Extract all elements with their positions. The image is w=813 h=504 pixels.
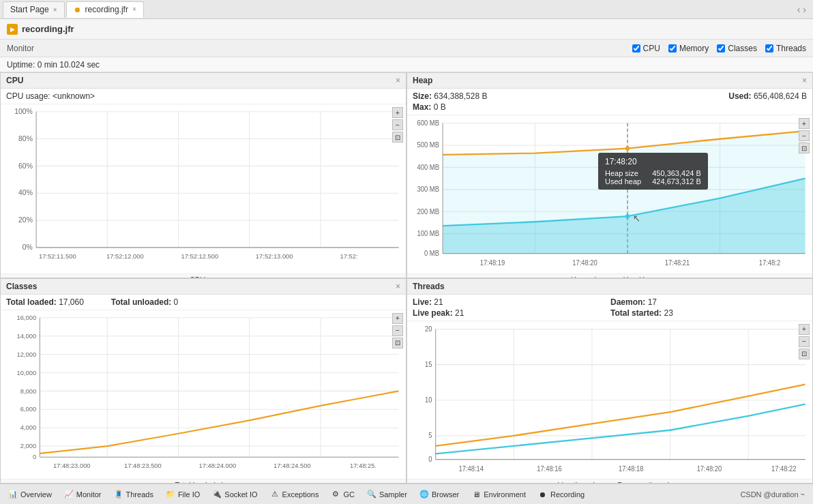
threads-checkbox-label: Threads — [776, 44, 806, 53]
cpu-panel-title: CPU — [6, 76, 23, 85]
nav-fileio-label: File IO — [178, 490, 200, 499]
cpu-zoom-in[interactable]: + — [392, 107, 403, 118]
heap-zoom-reset[interactable]: ⊡ — [799, 143, 810, 153]
environment-icon: 🖥 — [471, 490, 481, 499]
threads-panel: Threads Live: 21 Daemon: 17 Live peak: 2… — [406, 278, 813, 484]
classes-zoom-out[interactable]: − — [392, 325, 403, 336]
cpu-panel: CPU × CPU usage: <unknown> + − ⊡ — [0, 72, 406, 278]
svg-text:60%: 60% — [18, 161, 33, 169]
nav-recording[interactable]: ⏺ Recording — [533, 488, 590, 501]
nav-socketio[interactable]: 🔌 Socket IO — [207, 488, 263, 501]
threads-live-peak: Live peak: 21 — [413, 308, 609, 318]
svg-text:17:48:14: 17:48:14 — [459, 464, 484, 473]
svg-text:2,000: 2,000 — [20, 442, 36, 449]
heap-chart-controls: + − ⊡ — [799, 118, 810, 153]
cpu-legend: CPU usage — [1, 273, 406, 278]
checkbox-memory[interactable]: Memory — [668, 44, 709, 53]
svg-text:17:48:24.000: 17:48:24.000 — [199, 462, 237, 469]
memory-checkbox[interactable] — [668, 44, 677, 53]
threads-daemon-label: Daemon: — [610, 297, 645, 307]
heap-legend: Heap size Used heap — [407, 273, 812, 278]
threads-chart-area: + − ⊡ 20 1 — [407, 321, 812, 479]
nav-threads[interactable]: 🧵 Threads — [108, 488, 159, 501]
heap-max-label: Max: — [413, 102, 431, 112]
nav-exceptions[interactable]: ⚠ Exceptions — [265, 488, 325, 501]
heap-stats: Size: 634,388,528 B Used: 656,408,624 B … — [407, 89, 812, 115]
nav-monitor[interactable]: 📈 Monitor — [59, 488, 107, 501]
nav-environment[interactable]: 🖥 Environment — [466, 488, 531, 501]
nav-monitor-label: Monitor — [76, 490, 102, 499]
threads-zoom-out[interactable]: − — [799, 336, 810, 347]
svg-text:16,000: 16,000 — [16, 313, 36, 321]
checkbox-threads[interactable]: Threads — [765, 44, 806, 53]
nav-browser-label: Browser — [432, 490, 459, 499]
nav-sampler-label: Sampler — [379, 490, 407, 499]
svg-text:400 MB: 400 MB — [417, 163, 440, 171]
tab-start-page-label: Start Page — [10, 5, 49, 14]
classes-panel-close[interactable]: × — [396, 282, 400, 291]
svg-point-49 — [625, 146, 630, 151]
heap-size-value: 634,388,528 B — [434, 91, 487, 101]
heap-zoom-out[interactable]: − — [799, 130, 810, 141]
exceptions-icon: ⚠ — [270, 490, 280, 499]
nav-browser[interactable]: 🌐 Browser — [414, 488, 464, 501]
browser-icon: 🌐 — [419, 490, 429, 499]
app-toolbar: ▶ recording.jfr — [0, 19, 813, 40]
nav-fileio[interactable]: 📁 File IO — [160, 488, 205, 501]
heap-max-value: 0 B — [434, 102, 446, 112]
svg-text:500 MB: 500 MB — [417, 141, 440, 149]
cpu-checkbox[interactable] — [632, 44, 640, 53]
nav-right-icon[interactable]: › — [803, 4, 806, 15]
tab-start-page-close[interactable]: × — [53, 6, 57, 14]
threads-live-peak-label: Live peak: — [413, 308, 453, 318]
heap-panel-close[interactable]: × — [802, 76, 807, 85]
svg-text:17:52:11.500: 17:52:11.500 — [39, 252, 76, 260]
svg-text:0: 0 — [428, 455, 432, 463]
monitor-icon: 📈 — [64, 490, 74, 499]
fileio-icon: 📁 — [166, 490, 175, 499]
svg-marker-35 — [443, 131, 805, 253]
tab-nav-arrows[interactable]: ‹ › — [793, 4, 810, 15]
tab-start-page[interactable]: Start Page × — [3, 1, 65, 18]
status-bar: CSDN @duration ~ — [735, 490, 810, 499]
svg-text:17:48:2: 17:48:2 — [759, 258, 781, 267]
svg-text:0 MB: 0 MB — [424, 250, 439, 258]
title-bar: Start Page × ⏺ recording.jfr × ‹ › — [0, 0, 813, 19]
checkbox-cpu[interactable]: CPU — [632, 44, 660, 53]
nav-gc[interactable]: ⚙ GC — [325, 488, 360, 501]
heap-zoom-in[interactable]: + — [799, 118, 810, 129]
cpu-zoom-reset[interactable]: ⊡ — [392, 132, 403, 143]
tab-recording-close[interactable]: × — [132, 5, 136, 13]
heap-size-stat: Size: 634,388,528 B — [413, 91, 609, 101]
svg-text:0: 0 — [33, 453, 36, 460]
threads-legend: Live threads Daemon threads — [407, 479, 812, 484]
tab-recording[interactable]: ⏺ recording.jfr × — [66, 1, 144, 18]
nav-left-icon[interactable]: ‹ — [797, 4, 801, 15]
nav-overview[interactable]: 📊 Overview — [3, 488, 57, 501]
classes-zoom-in[interactable]: + — [392, 313, 403, 324]
nav-sampler[interactable]: 🔍 Sampler — [361, 488, 413, 501]
checkbox-classes[interactable]: Classes — [717, 44, 757, 53]
threads-live: Live: 21 — [413, 297, 609, 307]
cpu-chart-controls: + − ⊡ — [392, 107, 403, 143]
svg-text:40%: 40% — [18, 188, 33, 196]
svg-text:↖: ↖ — [633, 213, 640, 224]
threads-zoom-in[interactable]: + — [799, 324, 810, 335]
threads-checkbox[interactable] — [765, 44, 773, 53]
svg-text:6,000: 6,000 — [20, 405, 36, 413]
svg-text:17:48:22: 17:48:22 — [771, 464, 797, 473]
threads-zoom-reset[interactable]: ⊡ — [799, 349, 810, 359]
threads-total-started-label: Total started: — [610, 308, 662, 318]
classes-checkbox[interactable] — [717, 44, 725, 53]
svg-text:20: 20 — [425, 325, 432, 333]
svg-text:17:52:13.000: 17:52:13.000 — [256, 252, 293, 260]
cpu-chart-area: + − ⊡ 100% 80% 60% 40 — [1, 104, 406, 273]
classes-checkbox-label: Classes — [728, 44, 757, 53]
heap-panel-header: Heap × — [407, 73, 812, 89]
classes-zoom-reset[interactable]: ⊡ — [392, 338, 403, 349]
cpu-panel-close[interactable]: × — [396, 76, 400, 85]
svg-text:14,000: 14,000 — [16, 331, 36, 339]
svg-text:600 MB: 600 MB — [417, 119, 440, 128]
svg-text:200 MB: 200 MB — [417, 207, 440, 216]
cpu-zoom-out[interactable]: − — [392, 119, 403, 130]
